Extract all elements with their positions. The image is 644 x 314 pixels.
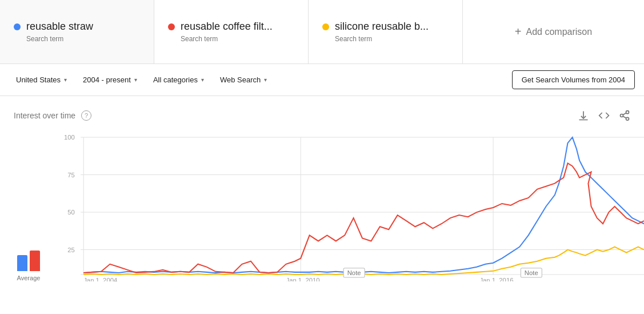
svg-text:Note: Note: [525, 269, 538, 276]
share-button[interactable]: [619, 110, 630, 121]
average-bars: [17, 243, 40, 271]
filter-bar: United States ▾ 2004 - present ▾ All cat…: [0, 64, 644, 96]
svg-text:Note: Note: [347, 269, 361, 276]
chart-section: Interest over time ?: [0, 96, 644, 297]
svg-text:25: 25: [67, 247, 75, 253]
term1-label: reusable straw: [26, 21, 93, 33]
search-term-name-3: silicone reusable b...: [322, 21, 449, 33]
help-icon[interactable]: ?: [81, 110, 91, 121]
download-button[interactable]: [578, 110, 589, 121]
chart-title-group: Interest over time ?: [14, 110, 91, 121]
svg-point-0: [626, 111, 629, 114]
average-section: Average: [0, 243, 57, 297]
svg-point-1: [621, 114, 623, 117]
search-type-filter[interactable]: Web Search ▾: [213, 71, 274, 89]
svg-text:100: 100: [64, 134, 75, 141]
svg-line-3: [623, 116, 626, 118]
get-volumes-button[interactable]: Get Search Volumes from 2004: [512, 70, 635, 89]
chart-container: Average 100 75 50 25 Jan 1, 2004 Jan 1, …: [0, 126, 644, 297]
term3-label: silicone reusable b...: [335, 21, 429, 33]
search-terms-bar: reusable straw Search term reusable coff…: [0, 0, 644, 64]
plus-icon: +: [515, 25, 522, 38]
svg-line-4: [623, 113, 626, 114]
svg-text:Jan 1, 2016: Jan 1, 2016: [479, 277, 513, 281]
period-filter[interactable]: 2004 - present ▾: [76, 71, 144, 89]
trend-chart: 100 75 50 25 Jan 1, 2004 Jan 1, 2010 Jan…: [57, 132, 644, 281]
search-term-item-1[interactable]: reusable straw Search term: [0, 0, 154, 63]
search-term-item-3[interactable]: silicone reusable b... Search term: [309, 0, 463, 63]
search-term-name-1: reusable straw: [14, 21, 140, 33]
svg-text:50: 50: [67, 209, 75, 216]
get-volumes-label: Get Search Volumes from 2004: [522, 75, 625, 84]
svg-point-2: [626, 117, 629, 120]
svg-text:Jan 1, 2004: Jan 1, 2004: [83, 277, 117, 281]
category-chevron: ▾: [201, 77, 204, 83]
term3-type: Search term: [335, 35, 449, 43]
download-icon: [578, 110, 589, 121]
search-term-item-2[interactable]: reusable coffee filt... Search term: [154, 0, 309, 63]
embed-button[interactable]: [598, 110, 610, 121]
avg-bar-blue: [17, 255, 27, 271]
location-filter[interactable]: United States ▾: [9, 71, 74, 89]
search-type-chevron: ▾: [264, 77, 267, 83]
term2-dot: [168, 23, 175, 30]
svg-text:Jan 1, 2010: Jan 1, 2010: [286, 277, 320, 281]
add-comparison-btn[interactable]: + Add comparison: [463, 0, 644, 63]
category-label: All categories: [153, 75, 198, 84]
period-label: 2004 - present: [83, 75, 131, 84]
chart-actions: [578, 110, 630, 121]
average-label: Average: [17, 275, 41, 281]
period-chevron: ▾: [134, 77, 137, 83]
term1-type: Search term: [26, 35, 140, 43]
term2-type: Search term: [181, 35, 294, 43]
svg-text:75: 75: [67, 172, 75, 178]
search-term-name-2: reusable coffee filt...: [168, 21, 294, 33]
chart-header: Interest over time ?: [0, 105, 644, 126]
red-trend-line: [83, 163, 644, 272]
blue-trend-line: [83, 137, 644, 273]
help-icon-label: ?: [85, 112, 88, 119]
add-comparison-label: Add comparison: [526, 27, 593, 37]
avg-bar-red: [30, 251, 40, 271]
chart-title: Interest over time: [14, 111, 75, 120]
location-label: United States: [16, 75, 61, 84]
term1-dot: [14, 23, 21, 30]
location-chevron: ▾: [64, 77, 67, 83]
term3-dot: [322, 23, 329, 30]
share-icon: [619, 110, 630, 121]
search-type-label: Web Search: [220, 75, 261, 84]
term2-label: reusable coffee filt...: [181, 21, 273, 33]
category-filter[interactable]: All categories ▾: [146, 71, 211, 89]
embed-icon: [598, 110, 610, 121]
